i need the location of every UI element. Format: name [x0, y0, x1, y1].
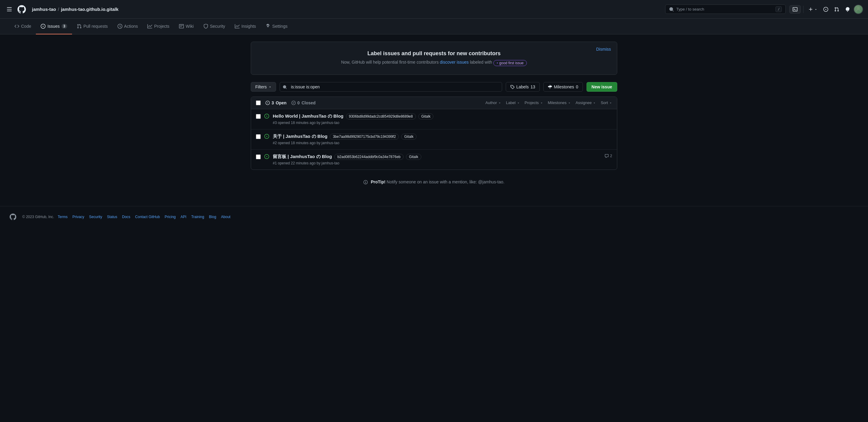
top-nav: jamhus-tao / jamhus-tao.github.io.gitalk…: [0, 0, 868, 19]
issue-open-icon: [264, 154, 269, 159]
issues-button[interactable]: [821, 5, 831, 13]
issues-header-left: 3 Open 0 Closed: [256, 101, 480, 105]
new-issue-button[interactable]: New issue: [587, 82, 617, 92]
issue-label[interactable]: 3be7aa98d992907175cbd79c194399f2: [330, 134, 399, 140]
nav-actions[interactable]: Actions: [113, 19, 143, 34]
issue-number: #3: [273, 121, 277, 125]
issues-container: 3 Open 0 Closed Author: [251, 96, 617, 170]
good-first-issue-badge[interactable]: good first issue: [493, 60, 527, 66]
assignee-filter[interactable]: Assignee: [576, 101, 596, 105]
select-all-checkbox[interactable]: [256, 101, 261, 105]
pull-requests-button[interactable]: [832, 5, 841, 13]
issue-content: 留言板 | JamhusTao の Blog b2ad0853b62244add…: [273, 154, 601, 165]
issue-label[interactable]: Gitalk: [401, 134, 416, 140]
hamburger-button[interactable]: [5, 5, 14, 14]
issue-label[interactable]: Gitalk: [418, 113, 434, 119]
issue-checkbox[interactable]: [256, 114, 261, 119]
author-filter[interactable]: Author: [485, 101, 501, 105]
notifications-button[interactable]: [843, 5, 852, 13]
filters-button[interactable]: Filters: [251, 82, 276, 92]
footer-link[interactable]: Contact GitHub: [135, 215, 160, 219]
issue-author[interactable]: jamhus-tao: [321, 161, 339, 165]
footer-link[interactable]: Pricing: [164, 215, 176, 219]
issue-checkbox[interactable]: [256, 154, 261, 159]
issues-list: Hello World | JamhusTao の Blog 9306bd8d9…: [251, 109, 617, 170]
issue-label[interactable]: Gitalk: [406, 154, 421, 160]
open-tab[interactable]: 3 Open: [266, 101, 287, 105]
issue-meta: #3 opened 18 minutes ago by jamhus-tao: [273, 121, 609, 125]
sort-filter[interactable]: Sort: [601, 101, 612, 105]
footer-copyright: © 2023 GitHub, Inc.: [22, 215, 54, 219]
footer-link[interactable]: API: [181, 215, 186, 219]
breadcrumb: jamhus-tao / jamhus-tao.github.io.gitalk: [32, 7, 119, 12]
protip-text: Notify someone on an issue with a mentio…: [387, 179, 504, 184]
footer-link[interactable]: Terms: [58, 215, 68, 219]
nav-code[interactable]: Code: [10, 19, 36, 34]
label-filter[interactable]: Label: [506, 101, 520, 105]
issue-number: #1: [273, 161, 277, 165]
nav-pull-requests[interactable]: Pull requests: [72, 19, 113, 34]
footer-link[interactable]: Blog: [209, 215, 216, 219]
dismiss-button[interactable]: Dismiss: [596, 47, 611, 52]
issue-author[interactable]: jamhus-tao: [321, 121, 339, 125]
repo-name-link[interactable]: jamhus-tao.github.io.gitalk: [61, 7, 119, 12]
banner-text: Now, GitHub will help potential first-ti…: [261, 60, 607, 66]
footer-link[interactable]: Docs: [122, 215, 130, 219]
nav-insights[interactable]: Insights: [230, 19, 261, 34]
github-logo[interactable]: [18, 5, 26, 13]
issues-badge: 3: [61, 24, 67, 29]
search-bar[interactable]: Type / to search /: [665, 4, 786, 14]
footer-links: TermsPrivacySecurityStatusDocsContact Gi…: [58, 215, 230, 219]
nav-issues[interactable]: Issues 3: [36, 19, 72, 34]
nav-projects[interactable]: Projects: [143, 19, 174, 34]
footer-link[interactable]: Training: [191, 215, 204, 219]
issue-label[interactable]: 9306bd8d99dadc2cd854929d8e8689e8: [346, 113, 416, 119]
issue-content: 关于 | JamhusTao の Blog 3be7aa98d992907175…: [273, 134, 609, 145]
footer-link[interactable]: About: [221, 215, 230, 219]
protip: ProTip! Notify someone on an issue with …: [251, 179, 617, 184]
milestones-filter[interactable]: Milestones: [548, 101, 571, 105]
issue-meta: #1 opened 22 minutes ago by jamhus-tao: [273, 161, 601, 165]
nav-wiki[interactable]: Wiki: [174, 19, 198, 34]
milestones-count: 0: [576, 84, 578, 89]
milestones-button[interactable]: Milestones 0: [544, 82, 583, 92]
open-closed-tabs: 3 Open 0 Closed: [266, 101, 315, 105]
filter-input[interactable]: [280, 82, 502, 92]
discover-issues-link[interactable]: discover issues: [440, 60, 469, 64]
issue-title[interactable]: 关于 | JamhusTao の Blog: [273, 134, 327, 139]
issue-title[interactable]: Hello World | JamhusTao の Blog: [273, 113, 344, 119]
nav-security[interactable]: Security: [198, 19, 230, 34]
table-row: 关于 | JamhusTao の Blog 3be7aa98d992907175…: [251, 130, 617, 150]
footer-link[interactable]: Security: [89, 215, 102, 219]
comment-icon[interactable]: 2: [604, 154, 612, 158]
issue-title-row: Hello World | JamhusTao の Blog 9306bd8d9…: [273, 113, 609, 119]
repo-owner-link[interactable]: jamhus-tao: [32, 7, 56, 12]
issue-label[interactable]: b2ad0853b62244addbf9c0a34e7876eb: [334, 154, 404, 160]
issue-title[interactable]: 留言板 | JamhusTao の Blog: [273, 154, 332, 160]
issue-checkbox[interactable]: [256, 134, 261, 139]
issue-content: Hello World | JamhusTao の Blog 9306bd8d9…: [273, 113, 609, 125]
search-placeholder: Type / to search: [676, 7, 704, 11]
issue-open-icon: [264, 134, 269, 139]
labels-count: 13: [530, 84, 535, 89]
footer-link[interactable]: Privacy: [72, 215, 84, 219]
banner-title: Label issues and pull requests for new c…: [261, 50, 607, 57]
nav-actions: [789, 4, 863, 14]
projects-filter[interactable]: Projects: [525, 101, 543, 105]
nav-settings[interactable]: Settings: [261, 19, 292, 34]
issues-header: 3 Open 0 Closed Author: [251, 97, 617, 109]
avatar[interactable]: [854, 4, 863, 14]
issues-header-right: Author Label Projects: [485, 101, 612, 105]
table-row: Hello World | JamhusTao の Blog 9306bd8d9…: [251, 109, 617, 130]
closed-tab[interactable]: 0 Closed: [291, 101, 315, 105]
filter-input-wrap: [280, 82, 502, 92]
issue-author[interactable]: jamhus-tao: [321, 141, 339, 145]
footer-link[interactable]: Status: [107, 215, 117, 219]
terminal-button[interactable]: [789, 5, 801, 13]
issue-title-row: 关于 | JamhusTao の Blog 3be7aa98d992907175…: [273, 134, 609, 140]
labels-button[interactable]: Labels 13: [506, 82, 540, 92]
issue-title-row: 留言板 | JamhusTao の Blog b2ad0853b62244add…: [273, 154, 601, 160]
create-button[interactable]: [806, 5, 820, 13]
banner: Label issues and pull requests for new c…: [251, 41, 617, 75]
main-content: Label issues and pull requests for new c…: [241, 34, 627, 192]
